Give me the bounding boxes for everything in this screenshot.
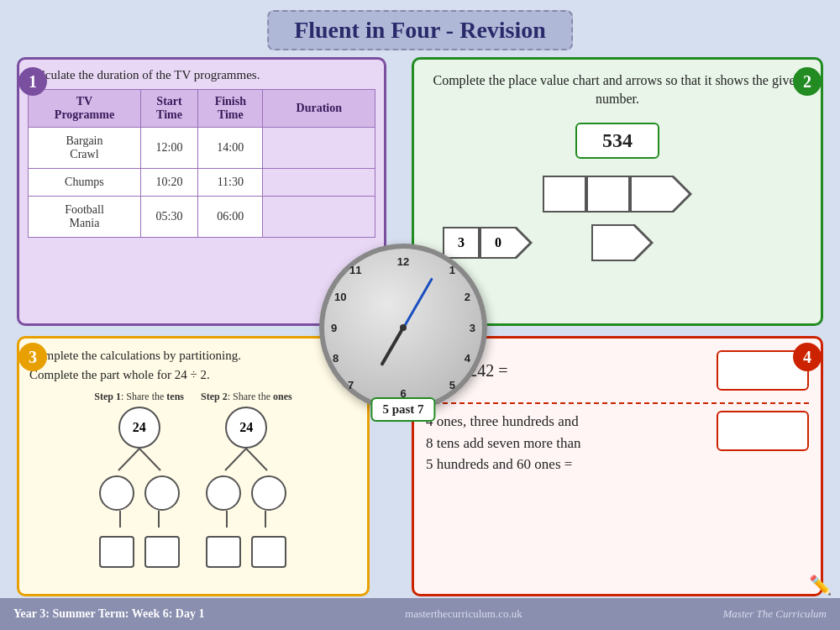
duration-input[interactable] (263, 128, 375, 169)
duration-input[interactable] (263, 169, 375, 197)
pw-circle-1b (144, 475, 180, 511)
clock-face: 12 1 2 3 4 5 6 7 8 9 10 11 (319, 244, 487, 412)
finish-time: 06:00 (198, 197, 263, 238)
pw-step1-label: Step 1: Share the tens (94, 391, 184, 403)
hour-hand (380, 327, 404, 366)
pv-hundreds[interactable] (543, 176, 586, 213)
clock-7: 7 (348, 379, 354, 391)
q2-instruction: Complete the place value chart and arrow… (426, 71, 809, 109)
pencil-icon: ✏️ (809, 575, 832, 596)
clock-4: 4 (465, 352, 470, 365)
pw-step2-label: Step 2: Share the ones (201, 391, 292, 403)
footer-brand: Master The Curriculum (723, 607, 827, 621)
pv-ones[interactable] (630, 176, 674, 213)
clock-3: 3 (470, 322, 475, 334)
pw-square-1b (144, 536, 180, 568)
pw-top-value-2: 24 (225, 407, 267, 449)
question-3-box: Complete the calculations by partitionin… (17, 336, 370, 596)
col-header-finish: FinishTime (198, 90, 263, 128)
svg-line-4 (225, 449, 246, 470)
programme-name: BargainCrawl (29, 128, 141, 169)
pw-square-2b (251, 536, 286, 568)
pw-lines-1 (106, 449, 173, 472)
clock-9: 9 (331, 322, 337, 334)
programme-name: Chumps (29, 169, 141, 197)
pw-circle-2a (206, 475, 241, 511)
pw-top-value-1: 24 (118, 407, 160, 449)
col-header-duration: Duration (263, 90, 375, 128)
col-header-programme: TVProgramme (29, 90, 141, 128)
pw-lines-1b (106, 511, 173, 529)
pw-lines-2 (213, 449, 280, 472)
clock-2: 2 (465, 291, 470, 303)
clock-5: 5 (449, 379, 455, 391)
svg-line-0 (118, 449, 139, 470)
question-2-badge: 2 (793, 67, 822, 96)
footer-term: Year 3: Summer Term: Week 6: Day 1 (13, 607, 204, 621)
part-whole-area: Step 1: Share the tens 24 St (29, 391, 357, 568)
q2-number: 534 (575, 123, 659, 159)
q4-word-problem-section: 4 ones, three hundreds and8 tens add sev… (426, 411, 809, 475)
q1-instruction: Calculate the duration of the TV program… (28, 68, 375, 82)
pw-step2: Step 2: Share the ones 24 (201, 391, 292, 568)
clock-11: 11 (349, 264, 361, 276)
duration-input[interactable] (263, 197, 375, 238)
start-time: 05:30 (140, 197, 197, 238)
q4-answer-box2[interactable] (717, 411, 809, 451)
q3-sub-instruction: Complete the part whole for 24 ÷ 2. (29, 368, 357, 382)
clock-center (400, 324, 407, 331)
footer-website: masterthecurriculum.co.uk (204, 607, 722, 621)
footer: Year 3: Summer Term: Week 6: Day 1 maste… (0, 598, 840, 630)
q3-instruction: Complete the calculations by partitionin… (29, 349, 357, 363)
clock-container: 12 1 2 3 4 5 6 7 8 9 10 11 5 past 7 (319, 244, 487, 412)
svg-line-5 (246, 449, 267, 470)
clock-time-label: 5 past 7 (370, 397, 435, 422)
pv-lone-arrow (635, 224, 654, 261)
finish-time: 14:00 (198, 128, 263, 169)
question-4-badge: 4 (793, 343, 822, 371)
minute-hand (402, 277, 433, 328)
start-time: 10:20 (140, 169, 197, 197)
pw-circle-1a (99, 475, 134, 511)
clock-8: 8 (333, 352, 339, 365)
pv-lone-box[interactable] (591, 224, 635, 261)
pw-square-2a (206, 536, 241, 568)
page-title: Fluent in Four - Revision (267, 10, 573, 50)
table-row: Chumps 10:20 11:30 (29, 169, 375, 197)
programme-name: FootballMania (29, 197, 141, 238)
pw-square-1a (99, 536, 134, 568)
pv-arrow1 (674, 176, 692, 213)
pv-row1 (426, 176, 809, 213)
table-row: FootballMania 05:30 06:00 (29, 197, 375, 238)
pw-circle-2b (251, 475, 286, 511)
col-header-start: StartTime (140, 90, 197, 128)
clock-12: 12 (397, 255, 409, 268)
pv-arrow2 (517, 227, 533, 259)
pv-tens[interactable] (586, 176, 630, 213)
tv-table: TVProgramme StartTime FinishTime Duratio… (28, 89, 375, 238)
question-1-badge: 1 (18, 67, 47, 96)
svg-line-1 (139, 449, 160, 470)
question-3-badge: 3 (18, 343, 47, 371)
table-row: BargainCrawl 12:00 14:00 (29, 128, 375, 169)
clock-10: 10 (334, 291, 346, 303)
pw-step1: Step 1: Share the tens 24 (94, 391, 184, 568)
pw-lines-2b (213, 511, 280, 529)
start-time: 12:00 (140, 128, 197, 169)
finish-time: 11:30 (198, 169, 263, 197)
clock-1: 1 (449, 264, 455, 276)
